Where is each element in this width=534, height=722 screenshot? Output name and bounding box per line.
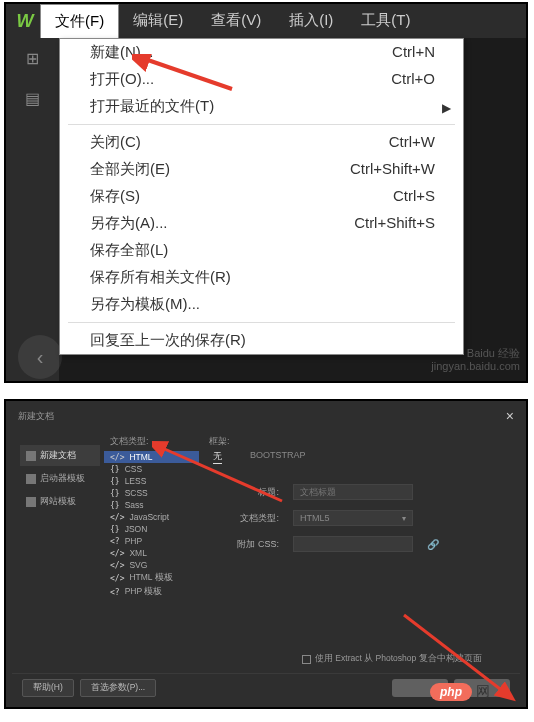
- back-button[interactable]: ‹: [18, 335, 62, 379]
- field-css-label: 附加 CSS:: [209, 538, 279, 551]
- doctype-select[interactable]: HTML5 ▾: [293, 510, 413, 526]
- menu-view[interactable]: 查看(V): [197, 4, 275, 38]
- menu-item-shortcut: Ctrl+W: [389, 133, 435, 152]
- menu-item-label: 全部关闭(E): [90, 160, 170, 179]
- dialog-title: 新建文档: [18, 410, 54, 423]
- menu-item-label: 另存为模板(M)...: [90, 295, 200, 314]
- menu-item-shortcut: Ctrl+Shift+W: [350, 160, 435, 179]
- menu-separator: [68, 322, 455, 323]
- filetype-xml[interactable]: </>XML: [104, 547, 199, 559]
- field-doctype-label: 文档类型:: [209, 512, 279, 525]
- css-input[interactable]: [293, 536, 413, 552]
- sidebar-item-site-template[interactable]: 网站模板: [20, 491, 100, 512]
- dialog-sidebar: 新建文档 启动器模板 网站模板: [12, 425, 104, 685]
- filetype-column: 文档类型: </>HTML {}CSS {}LESS {}SCSS {}Sass…: [104, 425, 199, 685]
- menu-item-save-as[interactable]: 另存为(A)... Ctrl+Shift+S: [60, 210, 463, 237]
- menu-item-revert[interactable]: 回复至上一次的保存(R): [60, 327, 463, 354]
- filetype-label: PHP: [125, 536, 142, 546]
- sidebar-item-label: 网站模板: [40, 495, 76, 508]
- code-icon: {}: [110, 465, 120, 474]
- filetype-css[interactable]: {}CSS: [104, 463, 199, 475]
- watermark: Baidu 经验 jingyan.baidu.com: [431, 347, 520, 373]
- field-css-row: 附加 CSS: 🔗: [209, 536, 510, 552]
- filetype-label: PHP 模板: [125, 586, 163, 598]
- link-icon[interactable]: 🔗: [427, 539, 439, 550]
- filetype-js[interactable]: </>JavaScript: [104, 511, 199, 523]
- menu-item-shortcut: Ctrl+N: [392, 43, 435, 62]
- code-icon: </>: [110, 513, 124, 522]
- field-title-label: 标题:: [209, 486, 279, 499]
- menu-item-label: 打开最近的文件(T): [90, 97, 214, 116]
- submenu-arrow-icon: ▶: [442, 101, 451, 115]
- filetype-label: JSON: [125, 524, 148, 534]
- filetype-label: LESS: [125, 476, 147, 486]
- filetype-sass[interactable]: {}Sass: [104, 499, 199, 511]
- menu-item-save-as-template[interactable]: 另存为模板(M)...: [60, 291, 463, 318]
- field-title-row: 标题:: [209, 484, 510, 500]
- menu-item-new[interactable]: 新建(N)... Ctrl+N: [60, 39, 463, 66]
- sidebar-item-label: 新建文档: [40, 449, 76, 462]
- filetype-html-template[interactable]: </>HTML 模板: [104, 571, 199, 585]
- help-button[interactable]: 帮助(H): [22, 679, 74, 697]
- menubar: W 文件(F) 编辑(E) 查看(V) 插入(I) 工具(T): [6, 4, 526, 38]
- framework-tabs: 无 BOOTSTRAP: [209, 450, 510, 464]
- filetype-label: XML: [129, 548, 146, 558]
- checkbox-icon[interactable]: [302, 655, 311, 664]
- filetype-label: HTML 模板: [129, 572, 172, 584]
- code-icon: </>: [110, 574, 124, 583]
- menu-item-close-all[interactable]: 全部关闭(E) Ctrl+Shift+W: [60, 156, 463, 183]
- menu-item-save[interactable]: 保存(S) Ctrl+S: [60, 183, 463, 210]
- site-icon: [26, 497, 36, 507]
- menu-item-save-all[interactable]: 保存全部(L): [60, 237, 463, 264]
- code-icon: <?: [110, 588, 120, 597]
- tab-none[interactable]: 无: [213, 450, 222, 464]
- filetype-scss[interactable]: {}SCSS: [104, 487, 199, 499]
- sidebar-item-label: 启动器模板: [40, 472, 85, 485]
- menu-edit[interactable]: 编辑(E): [119, 4, 197, 38]
- tool-icon: ▤: [6, 78, 59, 118]
- filetype-json[interactable]: {}JSON: [104, 523, 199, 535]
- code-icon: {}: [110, 477, 120, 486]
- filetype-php[interactable]: <?PHP: [104, 535, 199, 547]
- code-icon: </>: [110, 453, 124, 462]
- tab-bootstrap[interactable]: BOOTSTRAP: [250, 450, 306, 464]
- filetype-html[interactable]: </>HTML: [104, 451, 199, 463]
- filetype-label: JavaScript: [129, 512, 169, 522]
- prefs-button[interactable]: 首选参数(P)...: [80, 679, 156, 697]
- filetype-less[interactable]: {}LESS: [104, 475, 199, 487]
- filetype-svg[interactable]: </>SVG: [104, 559, 199, 571]
- tool-icon: ⊞: [6, 38, 59, 78]
- menu-item-save-related[interactable]: 保存所有相关文件(R): [60, 264, 463, 291]
- code-icon: <?: [110, 537, 120, 546]
- file-dropdown: 新建(N)... Ctrl+N 打开(O)... Ctrl+O 打开最近的文件(…: [59, 38, 464, 355]
- menu-file[interactable]: 文件(F): [40, 4, 119, 38]
- filetype-php-template[interactable]: <?PHP 模板: [104, 585, 199, 599]
- screenshot-new-doc-dialog: 新建文档 × 新建文档 启动器模板 网站模板: [4, 399, 528, 709]
- menu-item-open[interactable]: 打开(O)... Ctrl+O: [60, 66, 463, 93]
- new-document-dialog: 新建文档 × 新建文档 启动器模板 网站模板: [12, 407, 520, 701]
- menu-item-label: 回复至上一次的保存(R): [90, 331, 246, 350]
- menu-item-open-recent[interactable]: 打开最近的文件(T) ▶: [60, 93, 463, 120]
- menu-item-close[interactable]: 关闭(C) Ctrl+W: [60, 129, 463, 156]
- sidebar-item-starter[interactable]: 启动器模板: [20, 468, 100, 489]
- menu-insert[interactable]: 插入(I): [275, 4, 347, 38]
- extract-option[interactable]: 使用 Extract 从 Photoshop 复合中构建页面: [302, 653, 482, 665]
- menu-item-label: 打开(O)...: [90, 70, 154, 89]
- php-badge-suffix: 网: [476, 683, 490, 701]
- filetype-label: Sass: [125, 500, 144, 510]
- sidebar-item-new-doc[interactable]: 新建文档: [20, 445, 100, 466]
- menu-tools[interactable]: 工具(T): [347, 4, 424, 38]
- menu-item-label: 另存为(A)...: [90, 214, 168, 233]
- title-input[interactable]: [293, 484, 413, 500]
- filetype-label: CSS: [125, 464, 142, 474]
- code-icon: {}: [110, 501, 120, 510]
- filetype-label: HTML: [129, 452, 152, 462]
- doctype-value: HTML5: [300, 513, 330, 523]
- menu-item-shortcut: Ctrl+O: [391, 70, 435, 89]
- template-icon: [26, 474, 36, 484]
- close-icon[interactable]: ×: [506, 408, 514, 424]
- tool-strip: ⊞ ▤: [6, 38, 59, 383]
- field-doctype-row: 文档类型: HTML5 ▾: [209, 510, 510, 526]
- menu-item-label: 新建(N)...: [90, 43, 153, 62]
- code-icon: </>: [110, 561, 124, 570]
